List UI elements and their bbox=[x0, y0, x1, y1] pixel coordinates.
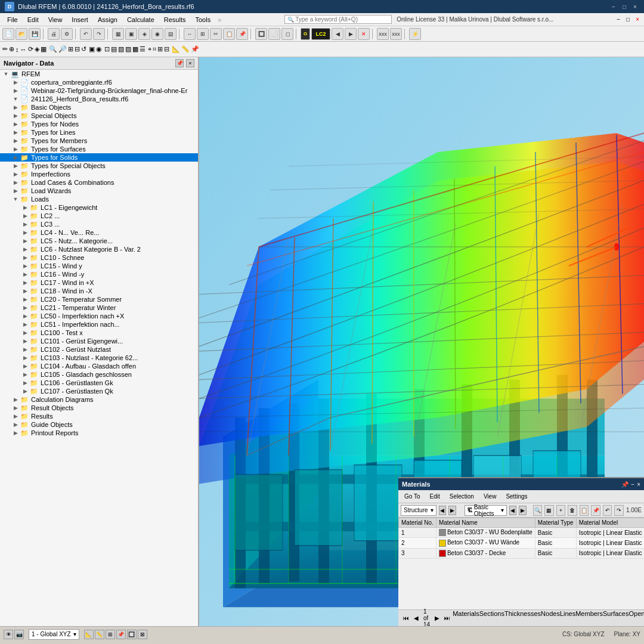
tree-item-lc100[interactable]: ▶📁LC100 - Test x bbox=[0, 329, 198, 337]
status-icon-6[interactable]: ⊠ bbox=[138, 630, 147, 639]
tb-btn-6[interactable]: ↔ bbox=[184, 28, 196, 40]
tree-item-types-special[interactable]: ▶📁Types for Special Objects bbox=[0, 162, 198, 170]
mat-paste-icon[interactable]: 📌 bbox=[591, 505, 600, 516]
tree-item-guide-objects[interactable]: ▶📁Guide Objects bbox=[0, 420, 198, 429]
tree-item-calc-diagrams[interactable]: ▶📁Calculation Diagrams bbox=[0, 395, 198, 404]
open-button[interactable]: 📂 bbox=[16, 28, 27, 40]
maximize-button[interactable]: □ bbox=[620, 2, 628, 11]
tree-item-types-members[interactable]: ▶📁Types for Members bbox=[0, 137, 198, 145]
tab-thicknesses[interactable]: Thicknesses bbox=[504, 610, 541, 626]
tree-item-basic-objects[interactable]: ▶📁Basic Objects bbox=[0, 103, 198, 112]
tb-btn-2[interactable]: ▣ bbox=[125, 28, 137, 40]
tb2-btn-2[interactable]: ⊕ bbox=[9, 45, 14, 53]
status-icon-4[interactable]: 📌 bbox=[116, 630, 126, 639]
tb2-btn-20[interactable]: ☰ bbox=[140, 45, 145, 53]
tree-item-lc3[interactable]: ▶📁LC3 ... bbox=[0, 220, 198, 228]
tb2-btn-21[interactable]: ⌖ bbox=[148, 45, 151, 53]
tree-item-lc51[interactable]: ▶📁LC51 - Imperfektion nach... bbox=[0, 320, 198, 329]
tree-item-types-nodes[interactable]: ▶📁Types for Nodes bbox=[0, 120, 198, 128]
structure-combo[interactable]: Structure ▾ bbox=[401, 505, 436, 516]
tb2-btn-11[interactable]: ⊟ bbox=[75, 45, 80, 53]
tb2-btn-9[interactable]: 🔎 bbox=[58, 45, 67, 53]
tb2-btn-7[interactable]: ▦ bbox=[41, 45, 47, 53]
menu-assign[interactable]: Assign bbox=[93, 15, 122, 24]
lc-prev[interactable]: ◀ bbox=[332, 28, 343, 40]
mat-search-icon[interactable]: 🔍 bbox=[533, 505, 543, 516]
tree-item-lc103[interactable]: ▶📁LC103 - Nutzlast - Kategorie 62... bbox=[0, 354, 198, 362]
tree-item-types-solids[interactable]: ▶📁Types for Solids bbox=[0, 153, 198, 162]
tree-item-results[interactable]: ▶📁Results bbox=[0, 412, 198, 420]
close-button[interactable]: × bbox=[631, 2, 639, 11]
print-button[interactable]: 🖨 bbox=[48, 28, 60, 40]
menu-edit[interactable]: Edit bbox=[23, 15, 44, 24]
tab-first[interactable]: ⏮ bbox=[401, 615, 411, 621]
tb2-btn-26[interactable]: 📏 bbox=[181, 45, 190, 53]
mat-close-button[interactable]: × bbox=[637, 481, 640, 488]
tab-nodes[interactable]: Nodes bbox=[541, 610, 560, 626]
tab-next-page[interactable]: ▶ bbox=[432, 615, 442, 621]
tb-btn-12[interactable]: ⬜ bbox=[268, 28, 280, 40]
tree-item-printout[interactable]: ▶📁Printout Reports bbox=[0, 429, 198, 437]
tree-file-1[interactable]: ▶ 📄 copertura_ombreggiante.rf6 bbox=[0, 78, 198, 86]
tb2-btn-1[interactable]: ✏ bbox=[2, 45, 8, 53]
tb2-btn-8[interactable]: 🔍 bbox=[49, 45, 57, 53]
tb-btn-10[interactable]: 📌 bbox=[236, 28, 248, 40]
new-button[interactable]: 📄 bbox=[2, 28, 14, 40]
tab-surfaces[interactable]: Surfaces bbox=[603, 610, 628, 626]
tb2-btn-16[interactable]: ▤ bbox=[111, 45, 117, 53]
tb2-btn-14[interactable]: ◉ bbox=[96, 45, 102, 53]
nav-pin-button[interactable]: 📌 bbox=[175, 59, 184, 67]
tree-item-load-wizards[interactable]: ▶📁Load Wizards bbox=[0, 187, 198, 195]
menu-tools[interactable]: Tools bbox=[190, 15, 215, 24]
nav-close-button[interactable]: × bbox=[186, 59, 194, 67]
tree-item-lc10[interactable]: ▶📁LC10 - Schnee bbox=[0, 253, 198, 262]
lc-stop[interactable]: ✕ bbox=[358, 28, 370, 40]
tree-item-lc15[interactable]: ▶📁LC15 - Wind y bbox=[0, 262, 198, 270]
tb2-btn-6[interactable]: ◈ bbox=[35, 45, 39, 53]
mat-filter-icon[interactable]: ▦ bbox=[544, 505, 554, 516]
basic-objects-combo[interactable]: 🏗 Basic Objects ▾ bbox=[465, 505, 507, 516]
menu-calculate[interactable]: Calculate bbox=[122, 15, 159, 24]
tb2-btn-5[interactable]: ⟳ bbox=[28, 45, 33, 53]
tb2-btn-18[interactable]: ▨ bbox=[125, 45, 131, 53]
tree-item-lc16[interactable]: ▶📁LC16 - Wind -y bbox=[0, 270, 198, 278]
table-row[interactable]: 3 Beton C30/37 - Decke Basic Isotropic |… bbox=[399, 548, 645, 558]
tb-btn-5[interactable]: ▤ bbox=[165, 28, 177, 40]
mat-delete-icon[interactable]: 🗑 bbox=[568, 505, 577, 516]
tb-btn-11[interactable]: 🔲 bbox=[255, 28, 267, 40]
tab-last[interactable]: ⏭ bbox=[442, 615, 453, 621]
mat-selection-button[interactable]: Selection bbox=[446, 493, 478, 500]
tb-btn-16[interactable]: ⚡ bbox=[409, 28, 421, 40]
tb-btn-3[interactable]: ◈ bbox=[138, 28, 150, 40]
mat-redo-icon[interactable]: ↷ bbox=[614, 505, 624, 516]
tb-btn-7[interactable]: ⊞ bbox=[197, 28, 209, 40]
tb-btn-1[interactable]: ▦ bbox=[112, 28, 124, 40]
tree-item-lc50[interactable]: ▶📁LC50 - Imperfektion nach +X bbox=[0, 312, 198, 320]
tb2-btn-13[interactable]: ▣ bbox=[89, 45, 95, 53]
tb-btn-9[interactable]: 📋 bbox=[223, 28, 235, 40]
tb2-btn-3[interactable]: ↕ bbox=[16, 46, 19, 53]
mat-minimize-button[interactable]: − bbox=[631, 481, 634, 488]
tree-item-lc5[interactable]: ▶📁LC5 - Nutz... Kategorie... bbox=[0, 237, 198, 245]
viewport-3d[interactable]: Materials 📌 − × Go To Edit Selection Vie… bbox=[199, 57, 644, 626]
view-combo[interactable]: 1 - Global XYZ ▾ bbox=[29, 629, 79, 640]
tb2-btn-17[interactable]: ▧ bbox=[118, 45, 124, 53]
minimize-button[interactable]: − bbox=[609, 2, 618, 11]
tree-rfem-root[interactable]: ▼ 💻 RFEM bbox=[0, 70, 198, 78]
tab-members[interactable]: Members bbox=[575, 610, 603, 626]
tree-item-imperfections[interactable]: ▶📁Imperfections bbox=[0, 170, 198, 178]
tb2-btn-24[interactable]: ⊟ bbox=[164, 45, 169, 53]
tree-item-lc107[interactable]: ▶📁LC107 - Gerüstlasten Qk bbox=[0, 387, 198, 395]
tree-item-lc21[interactable]: ▶📁LC21 - Temperatur Winter bbox=[0, 304, 198, 312]
mat-settings-button[interactable]: Settings bbox=[502, 493, 531, 500]
mat-edit-button[interactable]: Edit bbox=[426, 493, 444, 500]
tab-openings[interactable]: Openings bbox=[628, 610, 644, 626]
tree-item-lc2[interactable]: ▶📁LC2 ... bbox=[0, 212, 198, 220]
menu-win-close[interactable]: × bbox=[633, 16, 642, 23]
tb-btn-mode[interactable]: G bbox=[301, 28, 310, 40]
status-camera-icon[interactable]: 📷 bbox=[14, 630, 24, 639]
tree-item-lc20[interactable]: ▶📁LC20 - Temperatur Sommer bbox=[0, 295, 198, 304]
basic-objects-nav-prev[interactable]: ◀ bbox=[509, 506, 517, 515]
structure-nav-prev[interactable]: ◀ bbox=[439, 506, 447, 515]
mat-undo-icon[interactable]: ↶ bbox=[603, 505, 612, 516]
